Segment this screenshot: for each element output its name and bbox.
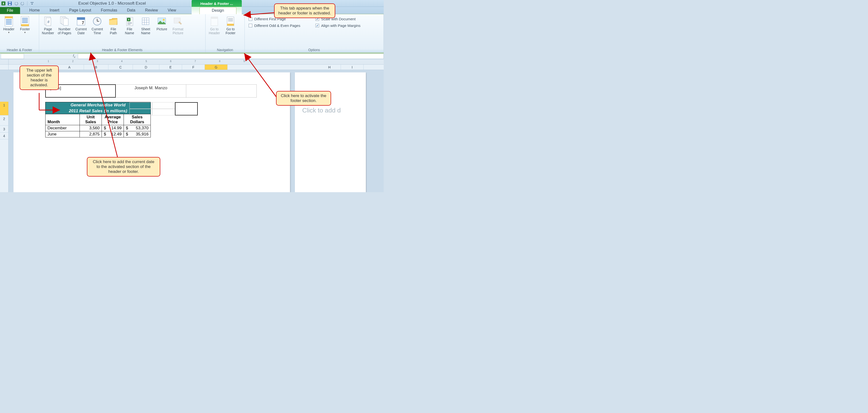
cell[interactable] (129, 109, 152, 115)
current-time-button[interactable]: Current Time (90, 15, 104, 35)
tab-page-layout[interactable]: Page Layout (64, 7, 96, 14)
row-header-2[interactable]: 2 (0, 115, 8, 126)
col-header-i[interactable]: I (341, 65, 364, 70)
goto-footer-button[interactable]: Go to Footer (223, 15, 238, 35)
cell[interactable] (129, 102, 152, 109)
sheet-name-label: Sheet Name (141, 27, 150, 35)
current-date-button[interactable]: 7Current Date (74, 15, 88, 35)
row-header-3[interactable]: 3 (0, 126, 8, 133)
undo-icon[interactable] (14, 1, 19, 6)
cell-dollars[interactable]: 35,916 (124, 131, 151, 137)
format-picture-button: Format Picture (170, 15, 185, 35)
picture-button[interactable]: Picture (154, 15, 169, 31)
tab-insert[interactable]: Insert (44, 7, 64, 14)
header-button[interactable]: Header ▼ (1, 15, 16, 34)
col-header-g[interactable]: G (205, 65, 227, 70)
svg-rect-11 (6, 24, 12, 25)
align-with-margins-checkbox[interactable]: ✓Align with Page Margins (315, 24, 361, 28)
footer-button[interactable]: Footer ▼ (18, 15, 32, 34)
ruler: 1 2 3 4 5 6 7 8 9 (0, 59, 384, 65)
header-center-section[interactable]: Joseph M. Manzo (116, 84, 186, 98)
file-path-button[interactable]: File Path (106, 15, 121, 35)
col-header-c[interactable]: C (108, 65, 133, 70)
cell-units[interactable]: 2,875 (80, 131, 102, 137)
goto-header-icon (210, 16, 219, 27)
different-odd-even-label: Different Odd & Even Pages (254, 24, 300, 28)
group-label-options: Options (246, 47, 382, 52)
different-odd-even-checkbox[interactable]: Different Odd & Even Pages (249, 24, 300, 28)
col-sales-dollars: SalesDollars (124, 114, 151, 125)
tab-review[interactable]: Review (140, 7, 163, 14)
name-box[interactable] (1, 54, 24, 59)
customize-qat-icon[interactable] (30, 1, 34, 6)
col-avg-price: AveragePrice (102, 114, 124, 125)
group-header-footer: Header ▼ Footer ▼ Header & Footer (0, 14, 39, 53)
svg-rect-48 (228, 18, 233, 19)
svg-rect-33 (127, 22, 132, 23)
group-elements: #Page Number Number of Pages 7Current Da… (39, 14, 206, 53)
active-cell[interactable] (175, 102, 198, 115)
col-header-e[interactable]: E (159, 65, 182, 70)
fx-icon[interactable]: fx (73, 54, 75, 59)
tab-home[interactable]: Home (25, 7, 45, 14)
cell-units[interactable]: 3,560 (80, 125, 102, 131)
format-picture-icon (173, 16, 183, 27)
header-right-section[interactable] (186, 84, 257, 98)
redo-icon[interactable] (20, 1, 25, 6)
number-of-pages-label: Number of Pages (58, 27, 71, 35)
col-header-d[interactable]: D (133, 65, 159, 70)
tab-view[interactable]: View (163, 7, 181, 14)
format-picture-label: Format Picture (173, 27, 183, 35)
excel-icon[interactable]: X (1, 1, 6, 6)
col-header-h[interactable]: H (318, 65, 341, 70)
file-name-button[interactable]: XFile Name (122, 15, 137, 35)
svg-text:X: X (128, 18, 130, 21)
clock-icon (92, 16, 102, 27)
ribbon: Header ▼ Footer ▼ Header & Footer #Page … (0, 14, 384, 53)
svg-rect-16 (22, 21, 28, 22)
svg-rect-15 (22, 19, 28, 20)
page-preview-2[interactable]: Click to add d (295, 72, 366, 192)
col-header-b[interactable]: B (84, 65, 108, 70)
row-header-1[interactable]: 1 (0, 102, 8, 115)
header-icon (4, 16, 14, 27)
sheet-name-button[interactable]: Sheet Name (138, 15, 153, 35)
svg-rect-34 (127, 23, 132, 24)
goto-header-label: Go to Header (209, 27, 220, 35)
col-unit-sales: UnitSales (80, 114, 102, 125)
folder-icon (108, 16, 118, 27)
page-number-button[interactable]: #Page Number (41, 15, 55, 35)
tab-data[interactable]: Data (122, 7, 140, 14)
quick-access-toolbar: X (0, 1, 35, 6)
chevron-down-icon: ▼ (8, 31, 10, 34)
select-all-corner[interactable] (0, 65, 8, 70)
callout-current-date: Click here to add the current date to th… (87, 157, 160, 177)
row-header-4[interactable]: 4 (0, 133, 8, 139)
cell-month[interactable]: June (45, 131, 80, 137)
page-number-label: Page Number (42, 27, 54, 35)
cell[interactable] (152, 109, 175, 115)
tab-formulas[interactable]: Formulas (96, 7, 122, 14)
svg-rect-7 (5, 16, 13, 18)
cell-price[interactable]: 12.49 (102, 131, 124, 137)
window-title: Excel Objective 1.0 - Microsoft Excel (78, 1, 146, 6)
cell-dollars[interactable]: 53,370 (124, 125, 151, 131)
tab-design[interactable]: Design (199, 7, 237, 14)
cell-price[interactable]: 14.99 (102, 125, 124, 131)
cell-month[interactable]: December (45, 125, 80, 131)
group-options: Different First Page Different Odd & Eve… (245, 14, 384, 53)
col-header-a[interactable]: A (55, 65, 84, 70)
formula-input[interactable] (78, 54, 384, 59)
svg-point-42 (163, 19, 165, 21)
save-icon[interactable] (7, 1, 12, 6)
cell[interactable] (152, 102, 175, 109)
file-path-label: File Path (110, 27, 117, 35)
svg-rect-45 (211, 17, 218, 19)
svg-rect-5 (31, 2, 33, 3)
number-of-pages-button[interactable]: Number of Pages (57, 15, 72, 35)
svg-rect-14 (22, 18, 28, 19)
page-number-icon: # (43, 16, 53, 27)
align-with-margins-label: Align with Page Margins (321, 24, 361, 28)
col-header-f[interactable]: F (182, 65, 205, 70)
file-tab[interactable]: File (0, 7, 20, 14)
